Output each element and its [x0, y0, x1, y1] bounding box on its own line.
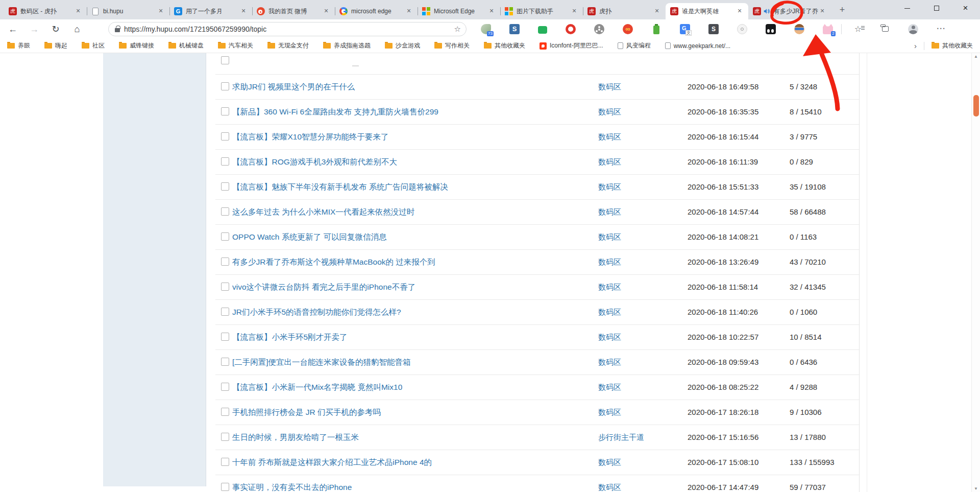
browser-tab[interactable]: 虎扑: [583, 3, 666, 19]
extension-mask-icon[interactable]: [766, 24, 776, 34]
row-checkbox[interactable]: [221, 483, 229, 491]
browser-tab[interactable]: 我的首页 微博: [252, 3, 335, 19]
topic-title-link[interactable]: 【流言板】ROG游戏手机3外观和前代差别不大: [232, 150, 397, 174]
topic-category-link[interactable]: 数码区: [598, 225, 621, 249]
extension-sprout-icon[interactable]: 73: [481, 24, 491, 34]
topic-title-link[interactable]: 有多少JR看了乔布斯这个视频种草MacBook的 过来报个到: [232, 250, 435, 274]
tab-close-icon[interactable]: [74, 7, 82, 15]
extension-reel-icon[interactable]: [594, 24, 604, 34]
extension-disc-icon[interactable]: [737, 24, 747, 34]
scroll-down-icon[interactable]: [972, 486, 980, 491]
extension-battery-icon[interactable]: [653, 26, 659, 34]
home-button[interactable]: [68, 21, 86, 37]
topic-category-link[interactable]: 数码区: [598, 250, 621, 274]
bookmark-item[interactable]: 威锋键接: [119, 41, 154, 50]
bookmark-item[interactable]: 嗨起: [44, 41, 67, 50]
extension-s-blue-icon[interactable]: [509, 24, 520, 34]
collections-icon[interactable]: [880, 24, 891, 34]
browser-tab[interactable]: 图片下载助手: [500, 3, 583, 19]
row-checkbox[interactable]: [221, 157, 229, 166]
tab-close-icon[interactable]: [239, 7, 248, 15]
bookmark-item[interactable]: Iconfont-阿里巴巴...: [540, 41, 603, 50]
topic-category-link[interactable]: 数码区: [598, 150, 621, 174]
more-menu-icon[interactable]: [936, 24, 946, 34]
back-button[interactable]: [4, 21, 21, 37]
url-text[interactable]: https://my.hupu.com/172195067259990/topi…: [124, 25, 454, 33]
topic-category-link[interactable]: 数码区: [598, 200, 621, 224]
tab-close-icon[interactable]: [405, 7, 413, 15]
profile-avatar[interactable]: [908, 24, 918, 34]
topic-category-link[interactable]: 数码区: [598, 400, 621, 425]
bookmark-item[interactable]: www.geekpark.net/...: [665, 42, 730, 50]
row-checkbox[interactable]: [221, 333, 229, 341]
bookmark-item[interactable]: 无现金支付: [267, 41, 309, 50]
tab-close-icon[interactable]: [487, 7, 496, 15]
scroll-up-icon[interactable]: [972, 54, 980, 59]
topic-title-link[interactable]: 【流言板】荣耀X10智慧分屏功能终于要来了: [232, 125, 389, 149]
tab-close-icon[interactable]: [818, 7, 826, 15]
row-checkbox[interactable]: [221, 56, 229, 64]
browser-tab[interactable]: 数码区 - 虎扑: [4, 3, 87, 19]
bookmarks-overflow-chevron[interactable]: [914, 41, 917, 50]
close-button[interactable]: [951, 0, 980, 16]
topic-title-link[interactable]: 【流言板】小米手环5刚才开卖了: [232, 325, 348, 349]
row-checkbox[interactable]: [221, 433, 229, 441]
extension-infinity-icon[interactable]: [623, 24, 633, 34]
row-checkbox[interactable]: [221, 132, 229, 140]
topic-title-link[interactable]: 事实证明，没有卖不出去的iPhone: [232, 475, 352, 492]
new-tab-button[interactable]: [835, 3, 849, 17]
extension-face-icon[interactable]: [794, 24, 804, 34]
topic-category-link[interactable]: 数码区: [598, 350, 621, 374]
tab-close-icon[interactable]: [570, 7, 578, 15]
topic-title-link[interactable]: [二手闲置]便宜出一台能连米家设备的猎豹智能音箱: [232, 350, 411, 374]
bookmark-item[interactable]: 养成指南选题: [323, 41, 371, 50]
other-bookmarks-folder[interactable]: 其他收藏夹: [932, 41, 973, 50]
tab-close-icon[interactable]: [322, 7, 330, 15]
extension-s-dark-icon[interactable]: [708, 24, 719, 34]
browser-tab[interactable]: 谁是大啊英雄: [666, 3, 748, 19]
topic-title-link[interactable]: 手机拍照排行榜会是 JR 们买手机的参考吗: [232, 400, 381, 425]
forward-button[interactable]: [26, 21, 43, 37]
browser-tab[interactable]: 有多少JR看了乔布斯这个视频: [748, 3, 831, 19]
extension-ring-red-icon[interactable]: [566, 24, 576, 34]
extension-cat-icon[interactable]: 2: [823, 24, 833, 34]
row-checkbox[interactable]: [221, 257, 229, 266]
bookmark-item[interactable]: 其他收藏夹: [484, 41, 525, 50]
minimize-button[interactable]: [893, 0, 922, 16]
bookmark-star-icon[interactable]: [454, 25, 461, 34]
browser-tab[interactable]: Microsoft Edge: [418, 3, 500, 19]
tab-audio-icon[interactable]: [763, 8, 770, 15]
row-checkbox[interactable]: [221, 207, 229, 216]
topic-category-link[interactable]: 数码区: [598, 375, 621, 400]
topic-title-link[interactable]: 求助JR们 视频里这个男的在干什么: [232, 75, 355, 99]
refresh-button[interactable]: [47, 21, 64, 37]
topic-category-link[interactable]: 数码区: [598, 475, 621, 492]
bookmark-item[interactable]: 汽车相关: [218, 41, 253, 50]
topic-category-link[interactable]: 数码区: [598, 325, 621, 349]
bookmark-item[interactable]: 机械键盘: [168, 41, 204, 50]
topic-title-link[interactable]: vivo这个讲微云台防抖 看完之后手里的iPhone不香了: [232, 275, 415, 299]
bookmark-item[interactable]: 写作相关: [434, 41, 470, 50]
bookmark-item[interactable]: 社区: [82, 41, 105, 50]
topic-title-link[interactable]: 十年前 乔布斯就是这样跟大家介绍工业艺术品iPhone 4的: [232, 450, 432, 475]
tab-close-icon[interactable]: [653, 7, 661, 15]
scrollbar-thumb[interactable]: [973, 95, 979, 116]
topic-category-link[interactable]: 步行街主干道: [598, 425, 644, 450]
topic-category-link[interactable]: 数码区: [598, 125, 621, 149]
topic-category-link[interactable]: 数码区: [598, 75, 621, 99]
topic-title-link[interactable]: 这么多年过去 为什么小米MIX一代看起来依然没过时: [232, 200, 414, 224]
topic-category-link[interactable]: 数码区: [598, 300, 621, 324]
row-checkbox[interactable]: [221, 182, 229, 191]
topic-title-link[interactable]: 【新品】360 Wi-Fi 6全屋路由发布 支持九重防火墙售价299: [232, 100, 438, 124]
bookmark-item[interactable]: 养眼: [7, 41, 30, 50]
row-checkbox[interactable]: [221, 408, 229, 416]
browser-tab[interactable]: microsoft edge: [335, 3, 418, 19]
page-scrollbar[interactable]: [971, 53, 980, 492]
bookmark-item[interactable]: 风变编程: [618, 41, 651, 50]
browser-tab[interactable]: bi.hupu: [87, 3, 169, 19]
row-checkbox[interactable]: [221, 358, 229, 366]
topic-category-link[interactable]: 数码区: [598, 175, 621, 199]
extension-translate-icon[interactable]: [680, 24, 690, 34]
row-checkbox[interactable]: [221, 232, 229, 241]
maximize-button[interactable]: [922, 0, 951, 16]
